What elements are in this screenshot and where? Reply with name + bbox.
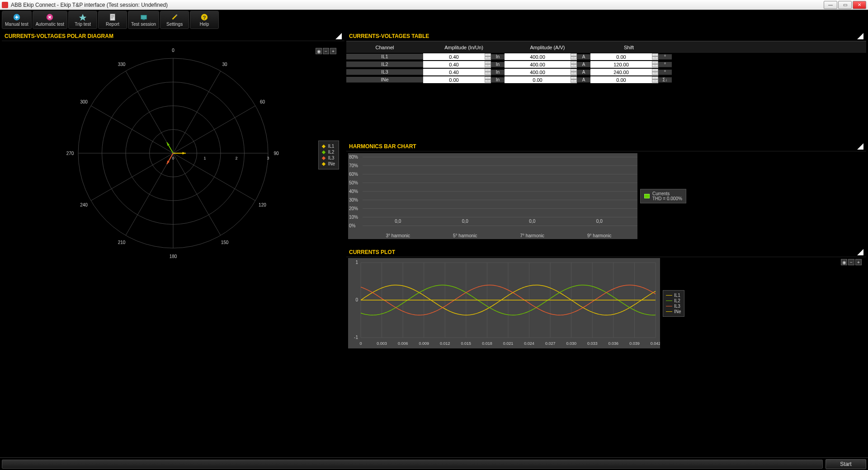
polar-title: CURRENTS-VOLTAGES POLAR DIAGRAM xyxy=(5,33,113,39)
legend-item: IL3 xyxy=(666,304,681,309)
polar-chart: 03060901201501802102402703003300123 xyxy=(47,45,300,262)
manual-test-label: Manual test xyxy=(5,22,28,27)
svg-text:30: 30 xyxy=(222,62,227,67)
legend-item: INe xyxy=(322,161,335,166)
panel-expand-icon[interactable] xyxy=(857,249,863,255)
shift-input[interactable]: ▲▼ xyxy=(590,69,658,75)
svg-text:180: 180 xyxy=(170,254,177,259)
automatic-test-button[interactable]: Automatic test xyxy=(33,11,67,29)
test-session-label: Test session xyxy=(131,22,156,27)
unit-label: ° xyxy=(658,62,672,67)
manual-test-button[interactable]: Manual test xyxy=(2,11,32,29)
svg-marker-82 xyxy=(167,160,170,164)
unit-label: A xyxy=(577,62,590,67)
panel-expand-icon[interactable] xyxy=(857,143,863,150)
legend-thd: THD = 0.000% xyxy=(652,196,682,201)
unit-label[interactable]: Σ↓ xyxy=(658,77,672,83)
test-session-button[interactable]: Test session xyxy=(128,11,159,29)
svg-text:270: 270 xyxy=(66,151,74,156)
unit-label: ° xyxy=(658,54,672,60)
svg-text:0.024: 0.024 xyxy=(524,341,534,346)
svg-line-57 xyxy=(173,153,255,201)
footer: Start xyxy=(0,457,868,470)
legend-name: Currents xyxy=(652,191,682,196)
svg-text:0.021: 0.021 xyxy=(503,341,514,346)
amp-inun-input[interactable]: ▲▼ xyxy=(423,61,491,68)
currents-plot-title: CURRENTS PLOT xyxy=(349,249,395,255)
shift-input[interactable]: ▲▼ xyxy=(590,61,658,68)
unit-label: A xyxy=(577,70,590,75)
svg-line-51 xyxy=(173,71,221,153)
legend-item: IL1 xyxy=(322,144,335,149)
panel-expand-icon[interactable] xyxy=(335,33,342,39)
maximize-button[interactable]: ▭ xyxy=(838,1,852,9)
svg-text:300: 300 xyxy=(80,99,88,104)
amp-av-input[interactable]: ▲▼ xyxy=(505,69,577,75)
svg-marker-80 xyxy=(167,142,170,146)
plot-zoom-out-button[interactable]: − xyxy=(848,259,854,265)
amp-av-input[interactable]: ▲▼ xyxy=(505,76,577,83)
shift-input[interactable]: ▲▼ xyxy=(590,76,658,83)
svg-text:0.009: 0.009 xyxy=(419,341,429,346)
trip-test-label: Trip test xyxy=(75,22,91,27)
amp-inun-input[interactable]: ▲▼ xyxy=(423,69,491,75)
manual-test-icon xyxy=(13,13,21,21)
svg-text:0.015: 0.015 xyxy=(461,341,472,346)
report-icon xyxy=(108,13,117,21)
help-label: Help xyxy=(200,22,209,27)
settings-button[interactable]: Settings xyxy=(160,11,189,29)
unit-label: In xyxy=(491,62,505,67)
settings-icon xyxy=(170,13,179,21)
svg-text:0: 0 xyxy=(172,48,175,53)
shift-input[interactable]: ▲▼ xyxy=(590,53,658,60)
svg-text:0.012: 0.012 xyxy=(440,341,450,346)
minimize-button[interactable]: — xyxy=(824,1,837,9)
svg-text:0: 0 xyxy=(172,156,174,160)
legend-item: IL2 xyxy=(322,150,335,155)
svg-text:3: 3 xyxy=(267,156,269,160)
svg-text:0.042: 0.042 xyxy=(651,341,660,346)
svg-text:330: 330 xyxy=(118,62,126,67)
svg-text:1: 1 xyxy=(203,156,206,160)
legend-item: INe xyxy=(666,309,681,314)
report-button[interactable]: Report xyxy=(98,11,127,29)
amp-inun-input[interactable]: ▲▼ xyxy=(423,76,491,83)
svg-text:210: 210 xyxy=(118,240,126,245)
trip-test-button[interactable]: Trip test xyxy=(68,11,97,29)
svg-text:0.030: 0.030 xyxy=(566,341,576,346)
amp-av-input[interactable]: ▲▼ xyxy=(505,61,577,68)
window-title: ABB Ekip Connect - Ekip T&P interface (T… xyxy=(11,2,823,8)
channel-label: IL3 xyxy=(346,69,423,75)
legend-swatch-icon xyxy=(644,194,650,198)
plot-zoom-in-button[interactable]: + xyxy=(855,259,862,265)
svg-line-63 xyxy=(126,153,173,235)
panel-expand-icon[interactable] xyxy=(857,33,863,39)
col-amp-inun: Amplitude (In/Un) xyxy=(423,45,505,50)
amp-inun-input[interactable]: ▲▼ xyxy=(423,53,491,60)
svg-text:60: 60 xyxy=(260,99,265,104)
svg-marker-2 xyxy=(79,14,86,21)
app-icon xyxy=(2,2,8,8)
legend-item: IL1 xyxy=(666,293,681,298)
svg-text:0: 0 xyxy=(359,341,362,346)
svg-rect-5 xyxy=(142,19,145,20)
svg-text:0.003: 0.003 xyxy=(377,341,387,346)
unit-label: A xyxy=(577,77,590,83)
table-row: IL1 ▲▼ In ▲▼ A ▲▼ ° xyxy=(346,53,866,61)
svg-line-59 xyxy=(173,153,221,235)
unit-label: In xyxy=(491,70,505,75)
start-button[interactable]: Start xyxy=(826,459,866,469)
svg-text:0.018: 0.018 xyxy=(482,341,492,346)
legend-item: IL2 xyxy=(666,298,681,303)
svg-text:150: 150 xyxy=(221,240,229,245)
help-button[interactable]: ? Help xyxy=(190,11,219,29)
plot-reset-button[interactable]: ◉ xyxy=(841,259,847,265)
automatic-test-label: Automatic test xyxy=(36,22,64,27)
col-shift: Shift xyxy=(590,45,667,50)
automatic-test-icon xyxy=(46,13,54,21)
table-row: INe ▲▼ In ▲▼ A ▲▼ Σ↓ xyxy=(346,76,866,84)
close-button[interactable]: ✕ xyxy=(853,1,866,9)
legend-item: IL3 xyxy=(322,155,335,160)
amp-av-input[interactable]: ▲▼ xyxy=(505,53,577,60)
unit-label: A xyxy=(577,54,590,60)
